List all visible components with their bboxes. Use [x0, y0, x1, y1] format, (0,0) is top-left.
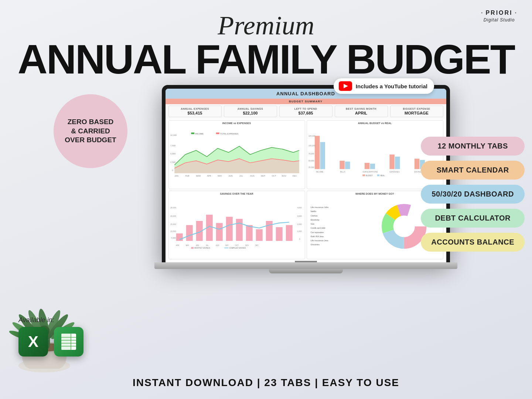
svg-text:INCOME: INCOME — [316, 171, 324, 173]
svg-rect-38 — [364, 163, 369, 169]
svg-rect-89 — [191, 247, 194, 249]
svg-text:15,000: 15,000 — [170, 223, 176, 225]
brand-logo: · PRIORI · Digital Studio — [481, 9, 517, 23]
features-list: 12 MONTHLY TABS SMART CALENDAR 50/30/20 … — [421, 137, 525, 252]
svg-rect-68 — [276, 227, 282, 241]
youtube-text: Includes a YouTube tutorial — [356, 83, 427, 89]
svg-rect-62 — [216, 223, 222, 241]
available-in-section: Available in: X — [18, 316, 83, 357]
budget-summary-bar: BUDGET SUMMARY — [166, 99, 446, 104]
feature-smart-calendar: SMART CALENDAR — [421, 161, 525, 180]
svg-text:MAR: MAR — [196, 175, 200, 177]
svg-rect-58 — [176, 233, 183, 241]
card-value: $53,415 — [171, 111, 219, 115]
svg-text:5,000: 5,000 — [171, 237, 176, 239]
feature-accounts-balance: ACCOUNTS BALANCE — [421, 233, 525, 252]
svg-text:Electricity: Electricity — [310, 218, 319, 221]
svg-text:0: 0 — [172, 169, 173, 171]
card-label: BEST SAVING MONTH — [337, 108, 385, 110]
svg-text:MAY: MAY — [185, 244, 189, 246]
laptop-screen-inner: ANNUAL DASHBOARD BUDGET SUMMARY ANNUAL E… — [166, 89, 446, 262]
svg-text:REAL: REAL — [380, 175, 385, 177]
zero-based-circle: ZERO BASED& CARRIEDOVER BUDGET — [54, 94, 127, 168]
income-vs-expenses-chart: INCOME vs EXPENSES JAN FEB MA — [168, 120, 305, 189]
laptop-base — [154, 262, 457, 269]
svg-text:DEC: DEC — [292, 175, 297, 177]
charts-grid: INCOME vs EXPENSES JAN FEB MA — [166, 119, 446, 261]
feature-50-30-20: 50/30/20 DASHBOARD — [421, 185, 525, 204]
svg-text:20,000: 20,000 — [170, 215, 176, 217]
svg-text:MONTHLY SAVINGS: MONTHLY SAVINGS — [194, 247, 210, 249]
svg-text:NOV: NOV — [282, 175, 286, 177]
svg-text:SEP: SEP — [261, 175, 265, 177]
svg-text:BILLS: BILLS — [340, 171, 345, 173]
svg-text:50,000: 50,000 — [308, 160, 314, 162]
svg-rect-40 — [389, 154, 395, 169]
svg-text:FEB: FEB — [185, 175, 189, 177]
svg-text:JUL: JUL — [205, 244, 208, 246]
svg-text:EXPENSES: EXPENSES — [389, 171, 400, 173]
svg-text:25,000: 25,000 — [170, 207, 176, 209]
card-label: ANNUAL EXPENSES — [171, 108, 219, 110]
svg-text:COMPILED SAVINGS: COMPILED SAVINGS — [229, 247, 245, 249]
brand-sub: Digital Studio — [481, 17, 517, 23]
svg-text:OCT: OCT — [235, 244, 239, 246]
svg-text:JUN: JUN — [195, 244, 199, 246]
svg-text:Life insurance Jess: Life insurance Jess — [310, 239, 328, 242]
app-icons: X — [18, 327, 83, 357]
card-left-to-spend: LEFT TO SPEND $37,685 — [279, 106, 332, 117]
svg-rect-35 — [320, 142, 325, 169]
card-label: ANNUAL SAVINGS — [226, 108, 274, 110]
card-value: MORTGAGE — [393, 111, 441, 115]
svg-text:TOTAL EXPENSES: TOTAL EXPENSES — [220, 133, 238, 135]
svg-text:25,000: 25,000 — [308, 166, 314, 168]
excel-letter: X — [28, 333, 38, 351]
svg-text:SUBSCRIPTIONS: SUBSCRIPTIONS — [362, 171, 378, 173]
svg-text:OCT: OCT — [272, 175, 276, 177]
svg-text:2,000: 2,000 — [297, 223, 302, 225]
svg-text:7,500: 7,500 — [170, 144, 175, 147]
svg-rect-25 — [191, 133, 194, 134]
svg-text:DEC: DEC — [255, 244, 259, 246]
svg-rect-27 — [216, 133, 219, 134]
svg-text:SEP: SEP — [225, 244, 228, 246]
sheets-icon-svg — [61, 333, 77, 351]
savings-over-year-chart: SAVINGS OVER THE YEAR — [168, 191, 305, 260]
svg-rect-54 — [362, 174, 365, 176]
chart-area: JAN FEB MAR APR MAY JUN JUL AUG SEP OCT … — [170, 126, 303, 184]
svg-rect-69 — [286, 225, 292, 241]
svg-text:Car reparation: Car reparation — [310, 231, 324, 233]
card-annual-expenses: ANNUAL EXPENSES $53,415 — [168, 106, 222, 117]
brand-name: PRIORI — [485, 9, 512, 17]
card-value: $22,100 — [226, 111, 274, 115]
svg-text:100,000: 100,000 — [308, 144, 315, 147]
svg-rect-110 — [61, 334, 71, 350]
svg-rect-39 — [370, 164, 375, 169]
svg-text:10,000: 10,000 — [170, 134, 177, 136]
bottom-tagline: INSTANT DOWNLOAD | 23 TABS | EASY TO USE — [0, 377, 532, 389]
svg-rect-63 — [226, 216, 232, 241]
svg-text:10,000: 10,000 — [170, 230, 176, 232]
svg-text:2,500: 2,500 — [170, 161, 175, 163]
card-value: APRIL — [337, 111, 385, 115]
svg-rect-41 — [395, 157, 400, 169]
svg-text:JUL: JUL — [239, 175, 243, 177]
excel-app-icon: X — [18, 327, 48, 357]
summary-cards: ANNUAL EXPENSES $53,415 ANNUAL SAVINGS $… — [166, 104, 446, 119]
svg-rect-65 — [246, 225, 252, 241]
card-value: $37,685 — [282, 111, 330, 115]
chart-title: SAVINGS OVER THE YEAR — [170, 192, 303, 195]
svg-text:5,000: 5,000 — [170, 153, 175, 155]
brand-dot-left: · — [481, 9, 483, 17]
youtube-icon — [339, 81, 352, 91]
card-annual-savings: ANNUAL SAVINGS $22,100 — [224, 106, 277, 117]
svg-rect-67 — [266, 221, 272, 241]
svg-text:BUDGET: BUDGET — [366, 175, 373, 177]
svg-text:3,000: 3,000 — [297, 215, 302, 217]
youtube-badge: Includes a YouTube tutorial — [334, 78, 434, 94]
card-biggest-expense: BIGGEST EXPENSE MORTGAGE — [390, 106, 443, 117]
card-best-saving: BEST SAVING MONTH APRIL — [335, 106, 388, 117]
svg-text:0: 0 — [299, 238, 300, 240]
svg-rect-56 — [377, 174, 379, 176]
svg-text:Life insurance John: Life insurance John — [310, 206, 328, 208]
